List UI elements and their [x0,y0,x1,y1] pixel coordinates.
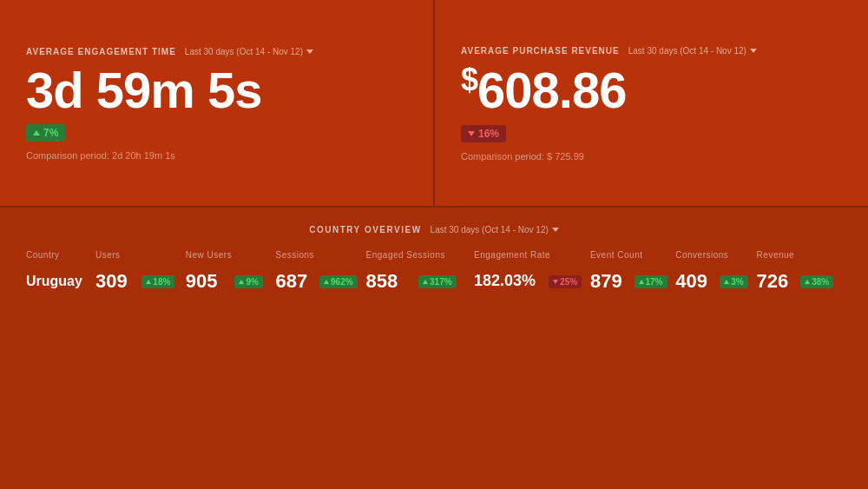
country-overview-date-range[interactable]: Last 30 days (Oct 14 - Nov 12) [431,225,559,235]
engagement-time-comparison: Comparison period: 2d 20h 19m 1s [26,150,175,161]
purchase-revenue-card: AVERAGE PURCHASE REVENUE Last 30 days (O… [435,0,868,206]
cell-revenue: 726 [757,267,801,296]
cell-country: Uruguay [26,267,95,296]
col-header-sessions: Sessions [275,250,365,267]
cell-new-users: 905 [186,267,235,296]
purchase-revenue-comparison: Comparison period: $ 725.99 [461,151,584,162]
down-arrow-icon [468,131,475,136]
up-arrow-icon [805,280,810,284]
cell-engagement-rate-badge: 25% [549,267,590,296]
country-table-container: Country Users New Users Sessions Engaged… [26,250,842,472]
purchase-revenue-dropdown-icon[interactable] [750,49,757,53]
col-header-conversions: Conversions [675,250,756,267]
cell-event-count-badge: 17% [635,267,676,296]
cell-revenue-badge: 38% [800,267,842,296]
country-overview-header: COUNTRY OVERVIEW Last 30 days (Oct 14 - … [26,225,842,235]
up-arrow-icon [423,280,428,284]
cell-users-badge: 18% [141,267,185,296]
cell-conversions: 409 [675,267,720,296]
cell-sessions: 687 [275,267,319,296]
cell-users: 309 [95,267,141,296]
purchase-revenue-date-range[interactable]: Last 30 days (Oct 14 - Nov 12) [628,46,757,56]
up-arrow-icon [639,280,644,284]
table-row: Uruguay 309 18% 905 9% [26,267,842,296]
cell-engaged-sessions: 858 [366,267,418,296]
up-arrow-icon [239,280,244,284]
country-overview-dropdown-icon[interactable] [552,228,559,232]
engagement-time-header: AVERAGE ENGAGEMENT TIME Last 30 days (Oc… [26,47,313,56]
country-overview-section: COUNTRY OVERVIEW Last 30 days (Oct 14 - … [0,208,868,489]
col-header-event-count: Event Count [590,250,675,267]
engagement-time-value: 3d 59m 5s [26,65,262,116]
purchase-revenue-header: AVERAGE PURCHASE REVENUE Last 30 days (O… [461,46,757,56]
currency-symbol: $ [461,62,477,97]
col-header-engagement-rate: Engagement Rate [474,250,590,267]
cell-engaged-sessions-badge: 317% [418,267,474,296]
cell-new-users-badge: 9% [234,267,275,296]
up-arrow-icon [33,130,40,135]
purchase-revenue-badge: 16% [461,125,506,142]
engagement-time-card: AVERAGE ENGAGEMENT TIME Last 30 days (Oc… [0,0,435,206]
cell-event-count: 879 [590,267,635,296]
col-header-engaged-sessions: Engaged Sessions [366,250,475,267]
purchase-revenue-badge-container: 16% Comparison period: $ 725.99 [461,125,584,162]
engagement-time-title: AVERAGE ENGAGEMENT TIME [26,47,176,56]
col-header-new-users: New Users [186,250,276,267]
cell-conversions-badge: 3% [720,267,756,296]
col-header-country: Country [26,250,95,267]
down-arrow-icon [553,280,558,284]
up-arrow-icon [324,280,329,284]
cell-sessions-badge: 962% [319,267,366,296]
engagement-time-dropdown-icon[interactable] [306,50,313,54]
engagement-time-date-range[interactable]: Last 30 days (Oct 14 - Nov 12) [185,47,313,56]
country-table: Country Users New Users Sessions Engaged… [26,250,842,296]
cell-engagement-rate: 182.03% [474,267,549,296]
engagement-time-badge: 7% [26,124,65,142]
up-arrow-icon [724,280,729,284]
col-header-revenue: Revenue [757,250,842,267]
purchase-revenue-title: AVERAGE PURCHASE REVENUE [461,46,620,56]
purchase-revenue-value: $608.86 [461,64,626,116]
engagement-time-badge-container: 7% Comparison period: 2d 20h 19m 1s [26,124,175,161]
up-arrow-icon [146,280,151,284]
table-header: Country Users New Users Sessions Engaged… [26,250,842,267]
col-header-users: Users [95,250,186,267]
table-body: Uruguay 309 18% 905 9% [26,267,842,296]
country-overview-title: COUNTRY OVERVIEW [309,225,421,235]
